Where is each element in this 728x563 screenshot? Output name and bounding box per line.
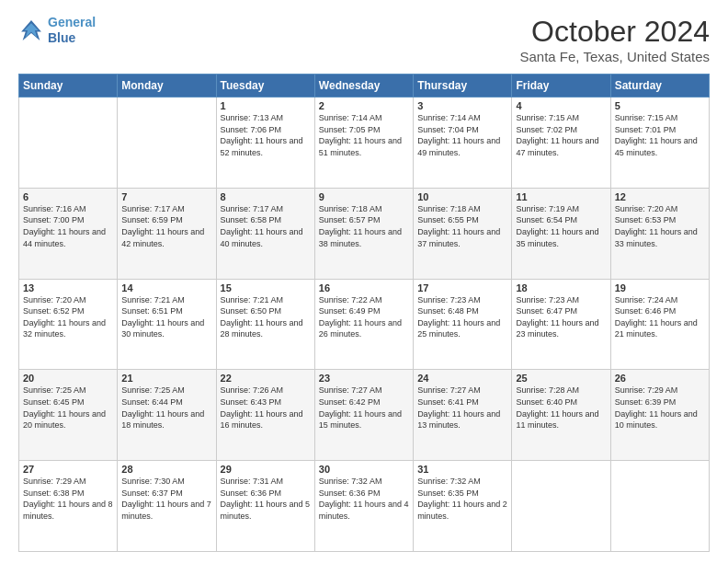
table-row: 27Sunrise: 7:29 AMSunset: 6:38 PMDayligh… [19, 461, 118, 552]
day-info: Sunrise: 7:21 AMSunset: 6:50 PMDaylight:… [221, 294, 311, 340]
table-row: 12Sunrise: 7:20 AMSunset: 6:53 PMDayligh… [610, 188, 709, 279]
table-row: 2Sunrise: 7:14 AMSunset: 7:05 PMDaylight… [314, 98, 413, 189]
day-info: Sunrise: 7:27 AMSunset: 6:41 PMDaylight:… [417, 385, 507, 431]
day-info: Sunrise: 7:17 AMSunset: 6:59 PMDaylight:… [121, 203, 211, 249]
table-row: 7Sunrise: 7:17 AMSunset: 6:59 PMDaylight… [118, 188, 216, 279]
day-info: Sunrise: 7:24 AMSunset: 6:46 PMDaylight:… [615, 294, 705, 340]
day-info: Sunrise: 7:26 AMSunset: 6:43 PMDaylight:… [221, 385, 311, 431]
table-row: 31Sunrise: 7:32 AMSunset: 6:35 PMDayligh… [414, 461, 512, 552]
table-row: 24Sunrise: 7:27 AMSunset: 6:41 PMDayligh… [414, 370, 512, 461]
day-number: 16 [319, 282, 409, 293]
day-info: Sunrise: 7:18 AMSunset: 6:57 PMDaylight:… [319, 203, 409, 249]
day-info: Sunrise: 7:23 AMSunset: 6:47 PMDaylight:… [516, 294, 606, 340]
table-row: 8Sunrise: 7:17 AMSunset: 6:58 PMDaylight… [216, 188, 314, 279]
logo-icon [18, 17, 44, 43]
day-number: 9 [319, 191, 409, 202]
day-number: 22 [221, 373, 311, 384]
col-wednesday: Wednesday [314, 75, 413, 98]
day-number: 8 [221, 191, 311, 202]
day-number: 5 [615, 100, 705, 111]
day-info: Sunrise: 7:32 AMSunset: 6:36 PMDaylight:… [319, 476, 409, 522]
table-row: 5Sunrise: 7:15 AMSunset: 7:01 PMDaylight… [610, 98, 709, 189]
table-row [610, 461, 709, 552]
day-number: 17 [417, 282, 507, 293]
col-monday: Monday [118, 75, 216, 98]
day-info: Sunrise: 7:22 AMSunset: 6:49 PMDaylight:… [319, 294, 409, 340]
day-info: Sunrise: 7:29 AMSunset: 6:38 PMDaylight:… [23, 476, 113, 522]
day-number: 20 [23, 373, 113, 384]
day-info: Sunrise: 7:20 AMSunset: 6:53 PMDaylight:… [615, 203, 705, 249]
table-row: 11Sunrise: 7:19 AMSunset: 6:54 PMDayligh… [512, 188, 610, 279]
day-number: 27 [23, 464, 113, 475]
day-number: 29 [221, 464, 311, 475]
day-info: Sunrise: 7:18 AMSunset: 6:55 PMDaylight:… [417, 203, 507, 249]
table-row: 3Sunrise: 7:14 AMSunset: 7:04 PMDaylight… [414, 98, 512, 189]
table-row: 28Sunrise: 7:30 AMSunset: 6:37 PMDayligh… [118, 461, 216, 552]
day-number: 3 [417, 100, 507, 111]
svg-marker-1 [24, 23, 39, 38]
table-row [118, 98, 216, 189]
day-info: Sunrise: 7:14 AMSunset: 7:05 PMDaylight:… [319, 112, 409, 158]
day-number: 7 [121, 191, 211, 202]
page: General Blue October 2024 Santa Fe, Texa… [0, 0, 728, 563]
table-row: 18Sunrise: 7:23 AMSunset: 6:47 PMDayligh… [512, 279, 610, 370]
day-info: Sunrise: 7:13 AMSunset: 7:06 PMDaylight:… [221, 112, 311, 158]
day-info: Sunrise: 7:16 AMSunset: 7:00 PMDaylight:… [23, 203, 113, 249]
logo-line2: Blue [48, 30, 75, 45]
title-block: October 2024 Santa Fe, Texas, United Sta… [519, 15, 710, 64]
day-number: 18 [516, 282, 606, 293]
day-number: 13 [23, 282, 113, 293]
col-friday: Friday [512, 75, 610, 98]
day-info: Sunrise: 7:21 AMSunset: 6:51 PMDaylight:… [121, 294, 211, 340]
day-number: 26 [615, 373, 705, 384]
day-number: 28 [121, 464, 211, 475]
day-number: 4 [516, 100, 606, 111]
day-info: Sunrise: 7:25 AMSunset: 6:45 PMDaylight:… [23, 385, 113, 431]
day-info: Sunrise: 7:17 AMSunset: 6:58 PMDaylight:… [221, 203, 311, 249]
col-sunday: Sunday [19, 75, 118, 98]
day-number: 21 [121, 373, 211, 384]
table-row: 20Sunrise: 7:25 AMSunset: 6:45 PMDayligh… [19, 370, 118, 461]
day-number: 10 [417, 191, 507, 202]
col-tuesday: Tuesday [216, 75, 314, 98]
table-row: 16Sunrise: 7:22 AMSunset: 6:49 PMDayligh… [314, 279, 413, 370]
day-number: 12 [615, 191, 705, 202]
day-info: Sunrise: 7:19 AMSunset: 6:54 PMDaylight:… [516, 203, 606, 249]
table-row: 29Sunrise: 7:31 AMSunset: 6:36 PMDayligh… [216, 461, 314, 552]
day-number: 30 [319, 464, 409, 475]
table-row: 1Sunrise: 7:13 AMSunset: 7:06 PMDaylight… [216, 98, 314, 189]
day-info: Sunrise: 7:31 AMSunset: 6:36 PMDaylight:… [221, 476, 311, 522]
header: General Blue October 2024 Santa Fe, Texa… [18, 15, 710, 64]
table-row: 13Sunrise: 7:20 AMSunset: 6:52 PMDayligh… [19, 279, 118, 370]
day-info: Sunrise: 7:23 AMSunset: 6:48 PMDaylight:… [417, 294, 507, 340]
calendar-header-row: Sunday Monday Tuesday Wednesday Thursday… [19, 75, 710, 98]
logo: General Blue [18, 15, 96, 46]
table-row: 21Sunrise: 7:25 AMSunset: 6:44 PMDayligh… [118, 370, 216, 461]
table-row: 30Sunrise: 7:32 AMSunset: 6:36 PMDayligh… [314, 461, 413, 552]
day-info: Sunrise: 7:29 AMSunset: 6:39 PMDaylight:… [615, 385, 705, 431]
day-number: 11 [516, 191, 606, 202]
table-row: 25Sunrise: 7:28 AMSunset: 6:40 PMDayligh… [512, 370, 610, 461]
table-row: 19Sunrise: 7:24 AMSunset: 6:46 PMDayligh… [610, 279, 709, 370]
day-info: Sunrise: 7:25 AMSunset: 6:44 PMDaylight:… [121, 385, 211, 431]
day-info: Sunrise: 7:28 AMSunset: 6:40 PMDaylight:… [516, 385, 606, 431]
day-number: 23 [319, 373, 409, 384]
day-info: Sunrise: 7:14 AMSunset: 7:04 PMDaylight:… [417, 112, 507, 158]
table-row: 26Sunrise: 7:29 AMSunset: 6:39 PMDayligh… [610, 370, 709, 461]
day-info: Sunrise: 7:27 AMSunset: 6:42 PMDaylight:… [319, 385, 409, 431]
month-title: October 2024 [519, 15, 710, 49]
col-thursday: Thursday [414, 75, 512, 98]
table-row [512, 461, 610, 552]
table-row: 17Sunrise: 7:23 AMSunset: 6:48 PMDayligh… [414, 279, 512, 370]
table-row: 4Sunrise: 7:15 AMSunset: 7:02 PMDaylight… [512, 98, 610, 189]
logo-line1: General [48, 15, 96, 29]
table-row: 10Sunrise: 7:18 AMSunset: 6:55 PMDayligh… [414, 188, 512, 279]
day-info: Sunrise: 7:15 AMSunset: 7:01 PMDaylight:… [615, 112, 705, 158]
day-info: Sunrise: 7:32 AMSunset: 6:35 PMDaylight:… [417, 476, 507, 522]
day-number: 24 [417, 373, 507, 384]
logo-text: General Blue [48, 15, 96, 46]
col-saturday: Saturday [610, 75, 709, 98]
calendar-table: Sunday Monday Tuesday Wednesday Thursday… [18, 74, 710, 552]
table-row: 23Sunrise: 7:27 AMSunset: 6:42 PMDayligh… [314, 370, 413, 461]
day-info: Sunrise: 7:30 AMSunset: 6:37 PMDaylight:… [121, 476, 211, 522]
